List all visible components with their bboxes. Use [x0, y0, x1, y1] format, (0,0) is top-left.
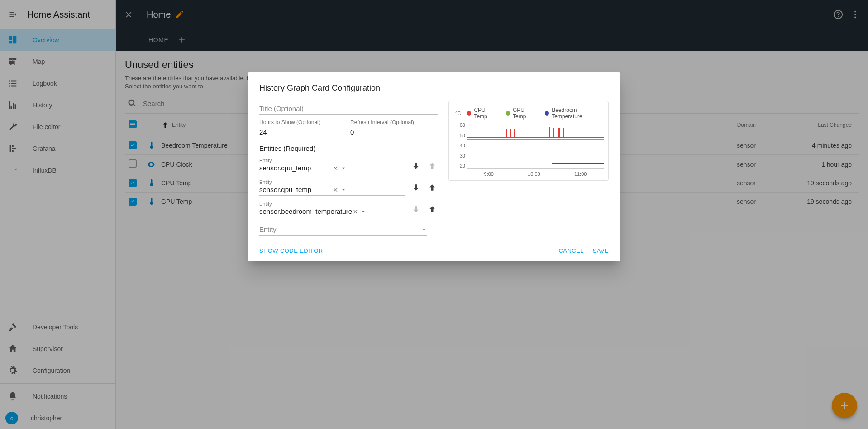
entity-field-label: Entity — [259, 179, 405, 185]
cancel-button[interactable]: CANCEL — [559, 247, 584, 254]
clear-icon[interactable] — [332, 187, 339, 193]
dialog-footer: SHOW CODE EDITOR CANCEL SAVE — [259, 247, 609, 254]
title-field[interactable]: Title (Optional) — [259, 101, 438, 115]
chevron-down-icon[interactable] — [340, 165, 347, 171]
hours-input[interactable] — [259, 126, 347, 138]
x-axis-labels: 9:00 10:00 11:00 — [467, 171, 604, 177]
refresh-interval-field[interactable]: Refresh Interval (Optional) — [350, 119, 438, 138]
title-placeholder: Title (Optional) — [259, 101, 438, 115]
hours-label: Hours to Show (Optional) — [259, 119, 347, 125]
refresh-label: Refresh Interval (Optional) — [350, 119, 438, 125]
series-cpu-line — [467, 137, 604, 138]
clear-icon[interactable] — [352, 208, 358, 215]
entity-field[interactable]: Entitysensor.gpu_temp — [259, 179, 405, 196]
refresh-input[interactable] — [350, 126, 438, 138]
y-axis-labels: 60 50 40 30 20 — [456, 122, 465, 169]
chevron-down-icon — [421, 227, 427, 232]
save-button[interactable]: SAVE — [593, 247, 609, 254]
chart-area: 60 50 40 30 20 — [467, 122, 604, 177]
entity-config-row: Entitysensor.gpu_temp — [259, 179, 438, 196]
history-graph-preview: °C CPU Temp GPU Temp Beedroom Temperatur… — [448, 101, 609, 181]
chart-plot — [467, 122, 604, 169]
add-entity-field[interactable]: Entity — [259, 223, 427, 236]
entity-field-label: Entity — [259, 158, 405, 163]
dialog-history-graph-config: History Graph Card Configuration Title (… — [248, 72, 620, 261]
add-entity-placeholder: Entity — [259, 226, 421, 233]
legend-gpu: GPU Temp — [513, 107, 537, 120]
modal-overlay[interactable]: History Graph Card Configuration Title (… — [0, 0, 868, 429]
entity-field[interactable]: Entitysensor.beedroom_temperature — [259, 201, 405, 217]
entity-field[interactable]: Entitysensor.cpu_temp — [259, 158, 405, 174]
entities-section-label: Entities (Required) — [259, 145, 438, 152]
chart-legend: °C CPU Temp GPU Temp Beedroom Temperatur… — [468, 107, 604, 120]
move-up-icon[interactable] — [427, 182, 438, 193]
move-down-icon[interactable] — [410, 160, 421, 171]
chevron-down-icon[interactable] — [340, 187, 347, 193]
move-down-icon[interactable] — [410, 182, 421, 193]
move-up-icon — [427, 160, 438, 171]
entity-value: sensor.beedroom_temperature — [259, 207, 352, 215]
series-gpu-line — [467, 139, 604, 140]
chevron-down-icon[interactable] — [360, 208, 367, 215]
entity-value: sensor.cpu_temp — [259, 164, 332, 172]
legend-beedroom: Beedroom Temperature — [552, 107, 604, 120]
legend-cpu: CPU Temp — [474, 107, 498, 120]
hours-to-show-field[interactable]: Hours to Show (Optional) — [259, 119, 347, 138]
move-up-icon[interactable] — [427, 204, 438, 215]
clear-icon[interactable] — [332, 165, 339, 171]
entity-config-row: Entitysensor.cpu_temp — [259, 158, 438, 174]
entity-config-row: Entitysensor.beedroom_temperature — [259, 201, 438, 217]
series-beedroom-line — [552, 163, 604, 164]
entity-field-label: Entity — [259, 201, 405, 207]
move-down-icon — [410, 204, 421, 215]
show-code-editor-button[interactable]: SHOW CODE EDITOR — [259, 247, 323, 254]
dialog-title: History Graph Card Configuration — [259, 83, 609, 93]
entity-value: sensor.gpu_temp — [259, 186, 332, 193]
chart-unit: °C — [455, 111, 461, 116]
